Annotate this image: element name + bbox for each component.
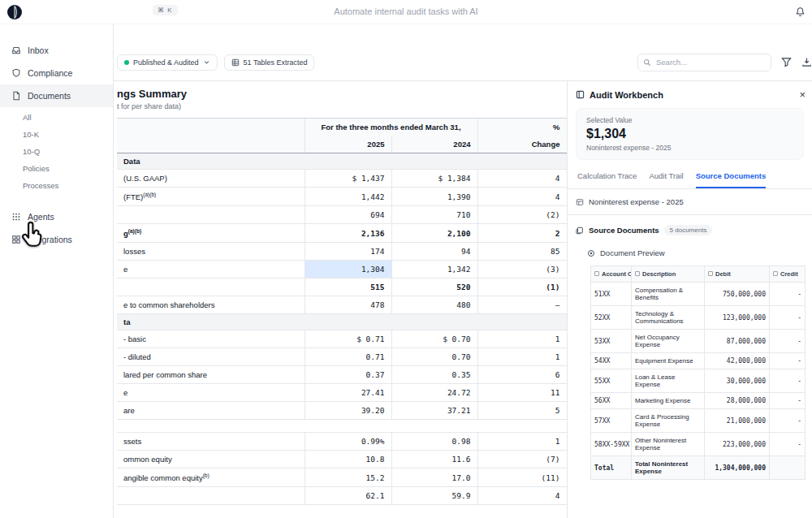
- change-cell[interactable]: (11): [477, 468, 567, 487]
- change-cell[interactable]: 5: [477, 402, 567, 420]
- sidebar-item-label: Inbox: [28, 45, 49, 55]
- value-cell-2025[interactable]: 0.99%: [304, 433, 391, 451]
- status-dropdown[interactable]: Published & Audited: [117, 54, 218, 71]
- value-cell-2025[interactable]: 62.1: [304, 487, 391, 505]
- value-cell-2024[interactable]: 2,100: [391, 224, 477, 243]
- sidebar-item-compliance[interactable]: Compliance: [0, 62, 113, 84]
- value-cell-2024[interactable]: 0.35: [391, 366, 477, 384]
- value-cell-2025[interactable]: 1,442: [304, 188, 391, 206]
- document-preview-table: Account Category Description Debit Credi…: [590, 265, 806, 480]
- value-cell-2025[interactable]: 15.2: [304, 468, 391, 487]
- value-cell-2024[interactable]: 17.0: [391, 468, 477, 487]
- value-cell-2025[interactable]: $ 1,437: [304, 170, 391, 188]
- value-cell-2024[interactable]: 480: [391, 296, 477, 314]
- value-cell-2025[interactable]: 174: [304, 243, 391, 261]
- change-cell[interactable]: 1: [477, 330, 567, 348]
- sidebar-item-inbox[interactable]: Inbox: [0, 39, 113, 62]
- change-cell[interactable]: (3): [477, 261, 567, 278]
- tables-extracted-badge[interactable]: 51 Tables Extracted: [224, 54, 315, 71]
- value-cell-2024[interactable]: $ 0.70: [391, 330, 477, 348]
- value-cell-2025[interactable]: 39.20: [304, 402, 391, 420]
- tab-audit-trail[interactable]: Audit Trail: [649, 171, 683, 188]
- notifications-bell-icon[interactable]: [795, 6, 806, 20]
- topbar-title: Automate internal audit tasks with AI: [0, 6, 812, 16]
- change-cell[interactable]: 4: [477, 188, 567, 206]
- topbar: ⌘ K Automate internal audit tasks with A…: [0, 0, 812, 24]
- description-cell: Card & Processing Expense: [632, 409, 705, 433]
- value-cell-2024[interactable]: 520: [391, 278, 477, 296]
- value-cell-2024[interactable]: 11.6: [391, 451, 477, 468]
- search-box: [637, 54, 771, 71]
- table-grid-icon: [231, 58, 240, 67]
- credit-cell: -: [770, 409, 806, 433]
- change-cell[interactable]: 2: [477, 224, 567, 243]
- value-cell-2025[interactable]: 694: [304, 206, 391, 224]
- search-input[interactable]: [637, 54, 771, 71]
- value-cell-2024[interactable]: $ 1,384: [391, 170, 477, 188]
- selected-value-cell[interactable]: 1,304: [304, 261, 391, 278]
- value-cell-2025[interactable]: 27.41: [304, 384, 391, 402]
- sidebar-subitem-10q[interactable]: 10-Q: [0, 143, 113, 160]
- source-documents-row[interactable]: Source Documents 5 documents: [568, 215, 812, 242]
- change-cell[interactable]: 1: [477, 433, 567, 451]
- value-cell-2025[interactable]: 2,136: [304, 224, 391, 243]
- change-cell[interactable]: 1: [477, 348, 567, 366]
- sidebar-item-label: Agents: [28, 212, 54, 222]
- workbench-title: Audit Workbench: [590, 90, 663, 100]
- row-label: e to common shareholders: [117, 296, 304, 314]
- value-cell-2025[interactable]: 10.8: [304, 451, 391, 468]
- debit-cell: 223,000,000: [705, 433, 770, 456]
- value-cell-2024[interactable]: 1,390: [391, 188, 477, 206]
- value-cell-2025[interactable]: 478: [304, 296, 391, 314]
- sidebar-subitem-processes[interactable]: Processes: [0, 177, 113, 194]
- period-group-header: For the three months ended March 31,: [304, 119, 477, 136]
- documents-count-badge: 5 documents: [664, 225, 713, 235]
- sidebar-item-integrations[interactable]: Integrations: [0, 228, 113, 251]
- sidebar-item-agents[interactable]: Agents: [0, 205, 113, 228]
- expense-accordion[interactable]: Noninterest expense - 2025: [568, 189, 812, 215]
- change-cell[interactable]: 6: [477, 366, 567, 384]
- tab-calculation-trace[interactable]: Calculation Trace: [577, 171, 637, 188]
- download-button[interactable]: [801, 57, 812, 67]
- value-cell-2024[interactable]: 24.72: [391, 384, 477, 402]
- tab-source-documents[interactable]: Source Documents: [696, 171, 767, 188]
- description-cell: Other Noninterest Expense: [632, 433, 705, 456]
- header-group-row: For the three months ended March 31, %: [117, 119, 567, 136]
- value-cell-2024[interactable]: 1,342: [391, 261, 477, 278]
- change-cell[interactable]: —: [477, 296, 567, 314]
- description-header: Description: [632, 266, 705, 283]
- download-icon: [801, 57, 812, 67]
- value-cell-2025[interactable]: 515: [304, 278, 391, 296]
- value-cell-2025[interactable]: $ 0.71: [304, 330, 391, 348]
- change-cell[interactable]: 85: [477, 243, 567, 261]
- value-cell-2024[interactable]: 0.98: [391, 433, 477, 451]
- value-cell-2024[interactable]: 710: [391, 206, 477, 224]
- change-cell[interactable]: (2): [477, 206, 567, 224]
- change-cell[interactable]: (7): [477, 451, 567, 468]
- credit-cell: -: [770, 393, 806, 409]
- debit-cell: 750,000,000: [705, 283, 770, 306]
- sidebar-item-documents[interactable]: Documents: [0, 84, 113, 107]
- doc-row: 56XXMarketing Expense28,000,000-: [591, 393, 806, 409]
- report-row: are39.2037.215: [117, 402, 567, 420]
- description-cell: Equipment Expense: [632, 353, 705, 369]
- value-cell-2024[interactable]: 59.9: [391, 487, 477, 505]
- value-cell-2024[interactable]: 0.70: [391, 348, 477, 366]
- document-preview-row[interactable]: Document Preview: [568, 242, 812, 262]
- value-cell-2024[interactable]: 37.21: [391, 402, 477, 420]
- change-cell[interactable]: 11: [477, 384, 567, 402]
- sidebar-subitem-10k[interactable]: 10-K: [0, 126, 113, 143]
- empty-header-cell: [117, 136, 304, 153]
- close-button[interactable]: ×: [799, 89, 806, 100]
- value-cell-2025[interactable]: 0.71: [304, 348, 391, 366]
- filter-button[interactable]: [781, 57, 792, 67]
- change-cell[interactable]: 4: [477, 487, 567, 505]
- change-cell[interactable]: 4: [477, 170, 567, 188]
- account-category-header: Account Category: [591, 266, 632, 283]
- documents-sub-list: All 10-K 10-Q Policies Processes: [0, 107, 113, 199]
- change-cell[interactable]: (1): [477, 278, 567, 296]
- value-cell-2025[interactable]: 0.37: [304, 366, 391, 384]
- value-cell-2024[interactable]: 94: [391, 243, 477, 261]
- sidebar-subitem-all[interactable]: All: [0, 109, 113, 126]
- sidebar-subitem-policies[interactable]: Policies: [0, 160, 113, 177]
